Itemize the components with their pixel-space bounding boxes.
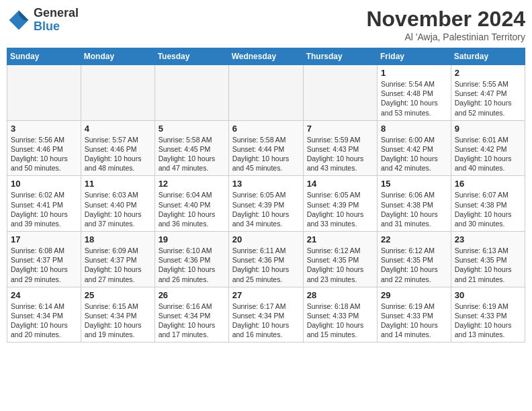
day-number: 7: [307, 124, 373, 134]
day-cell: 25Sunrise: 6:15 AM Sunset: 4:34 PM Dayli…: [81, 287, 154, 342]
day-header-tuesday: Tuesday: [154, 48, 228, 65]
day-info: Sunrise: 5:55 AM Sunset: 4:47 PM Dayligh…: [455, 79, 521, 118]
day-header-thursday: Thursday: [303, 48, 377, 65]
day-cell: 8Sunrise: 6:00 AM Sunset: 4:42 PM Daylig…: [378, 120, 451, 176]
day-info: Sunrise: 6:05 AM Sunset: 4:39 PM Dayligh…: [232, 190, 300, 228]
day-cell: 18Sunrise: 6:09 AM Sunset: 4:37 PM Dayli…: [81, 232, 154, 287]
day-number: 24: [11, 290, 77, 300]
logo: General Blue: [7, 7, 79, 34]
logo-text: General Blue: [34, 7, 79, 34]
day-number: 15: [381, 179, 447, 189]
day-info: Sunrise: 6:16 AM Sunset: 4:34 PM Dayligh…: [159, 302, 225, 340]
day-number: 8: [381, 124, 447, 134]
day-info: Sunrise: 6:17 AM Sunset: 4:34 PM Dayligh…: [232, 302, 300, 340]
day-number: 26: [159, 290, 225, 300]
week-row-5: 24Sunrise: 6:14 AM Sunset: 4:34 PM Dayli…: [7, 287, 525, 342]
day-number: 23: [455, 234, 521, 244]
day-cell: 29Sunrise: 6:19 AM Sunset: 4:33 PM Dayli…: [378, 287, 451, 342]
day-info: Sunrise: 6:15 AM Sunset: 4:34 PM Dayligh…: [85, 302, 151, 340]
day-number: 2: [455, 68, 521, 78]
day-number: 19: [159, 234, 225, 244]
day-number: 5: [159, 124, 225, 134]
day-info: Sunrise: 6:19 AM Sunset: 4:33 PM Dayligh…: [455, 302, 521, 340]
day-info: Sunrise: 6:18 AM Sunset: 4:33 PM Dayligh…: [307, 302, 373, 340]
day-info: Sunrise: 6:04 AM Sunset: 4:40 PM Dayligh…: [159, 190, 225, 228]
week-row-1: 1Sunrise: 5:54 AM Sunset: 4:48 PM Daylig…: [7, 65, 525, 121]
day-cell: 16Sunrise: 6:07 AM Sunset: 4:38 PM Dayli…: [451, 176, 525, 232]
day-cell: [81, 65, 154, 121]
day-number: 29: [381, 290, 447, 300]
day-cell: 30Sunrise: 6:19 AM Sunset: 4:33 PM Dayli…: [451, 287, 525, 342]
week-row-4: 17Sunrise: 6:08 AM Sunset: 4:37 PM Dayli…: [7, 232, 525, 287]
day-cell: 11Sunrise: 6:03 AM Sunset: 4:40 PM Dayli…: [81, 176, 154, 232]
day-cell: 23Sunrise: 6:13 AM Sunset: 4:35 PM Dayli…: [451, 232, 525, 287]
day-info: Sunrise: 5:57 AM Sunset: 4:46 PM Dayligh…: [85, 135, 151, 173]
day-info: Sunrise: 6:01 AM Sunset: 4:42 PM Dayligh…: [455, 135, 521, 173]
day-number: 16: [455, 179, 521, 189]
day-cell: 20Sunrise: 6:11 AM Sunset: 4:36 PM Dayli…: [228, 232, 303, 287]
day-info: Sunrise: 6:12 AM Sunset: 4:35 PM Dayligh…: [307, 246, 373, 284]
day-cell: [303, 65, 377, 121]
calendar-table: SundayMondayTuesdayWednesdayThursdayFrid…: [7, 48, 525, 342]
day-cell: 17Sunrise: 6:08 AM Sunset: 4:37 PM Dayli…: [7, 232, 81, 287]
day-cell: 15Sunrise: 6:06 AM Sunset: 4:38 PM Dayli…: [378, 176, 451, 232]
day-number: 14: [307, 179, 373, 189]
day-header-saturday: Saturday: [451, 48, 525, 65]
logo-general: General: [34, 7, 79, 20]
day-cell: 24Sunrise: 6:14 AM Sunset: 4:34 PM Dayli…: [7, 287, 81, 342]
day-cell: 7Sunrise: 5:59 AM Sunset: 4:43 PM Daylig…: [303, 120, 377, 176]
week-row-3: 10Sunrise: 6:02 AM Sunset: 4:41 PM Dayli…: [7, 176, 525, 232]
logo-blue: Blue: [34, 20, 79, 34]
day-info: Sunrise: 5:56 AM Sunset: 4:46 PM Dayligh…: [11, 135, 77, 173]
day-cell: [7, 65, 81, 121]
header-row: SundayMondayTuesdayWednesdayThursdayFrid…: [7, 48, 525, 65]
day-number: 25: [85, 290, 151, 300]
day-info: Sunrise: 6:13 AM Sunset: 4:35 PM Dayligh…: [455, 246, 521, 284]
day-number: 10: [11, 179, 77, 189]
day-number: 18: [85, 234, 151, 244]
location: Al 'Awja, Palestinian Territory: [366, 32, 525, 42]
day-header-monday: Monday: [81, 48, 154, 65]
day-info: Sunrise: 5:58 AM Sunset: 4:45 PM Dayligh…: [159, 135, 225, 173]
day-cell: 22Sunrise: 6:12 AM Sunset: 4:35 PM Dayli…: [378, 232, 451, 287]
day-number: 3: [11, 124, 77, 134]
day-info: Sunrise: 6:14 AM Sunset: 4:34 PM Dayligh…: [11, 302, 77, 340]
day-cell: 27Sunrise: 6:17 AM Sunset: 4:34 PM Dayli…: [228, 287, 303, 342]
day-cell: 19Sunrise: 6:10 AM Sunset: 4:36 PM Dayli…: [154, 232, 228, 287]
day-number: 13: [232, 179, 300, 189]
day-cell: 3Sunrise: 5:56 AM Sunset: 4:46 PM Daylig…: [7, 120, 81, 176]
day-info: Sunrise: 6:12 AM Sunset: 4:35 PM Dayligh…: [381, 246, 447, 284]
day-cell: [154, 65, 228, 121]
day-number: 20: [232, 234, 300, 244]
day-info: Sunrise: 5:59 AM Sunset: 4:43 PM Dayligh…: [307, 135, 373, 173]
day-cell: 5Sunrise: 5:58 AM Sunset: 4:45 PM Daylig…: [154, 120, 228, 176]
day-info: Sunrise: 6:10 AM Sunset: 4:36 PM Dayligh…: [159, 246, 225, 284]
day-number: 1: [381, 68, 447, 78]
day-cell: 28Sunrise: 6:18 AM Sunset: 4:33 PM Dayli…: [303, 287, 377, 342]
day-cell: [228, 65, 303, 121]
day-number: 28: [307, 290, 373, 300]
page-header: General Blue November 2024 Al 'Awja, Pal…: [7, 7, 525, 42]
day-cell: 1Sunrise: 5:54 AM Sunset: 4:48 PM Daylig…: [378, 65, 451, 121]
day-info: Sunrise: 6:05 AM Sunset: 4:39 PM Dayligh…: [307, 190, 373, 228]
day-info: Sunrise: 6:07 AM Sunset: 4:38 PM Dayligh…: [455, 190, 521, 228]
day-number: 6: [232, 124, 300, 134]
day-number: 27: [232, 290, 300, 300]
day-header-wednesday: Wednesday: [228, 48, 303, 65]
day-number: 4: [85, 124, 151, 134]
day-info: Sunrise: 6:03 AM Sunset: 4:40 PM Dayligh…: [85, 190, 151, 228]
day-info: Sunrise: 5:58 AM Sunset: 4:44 PM Dayligh…: [232, 135, 300, 173]
day-cell: 26Sunrise: 6:16 AM Sunset: 4:34 PM Dayli…: [154, 287, 228, 342]
logo-icon: [7, 8, 31, 32]
day-cell: 14Sunrise: 6:05 AM Sunset: 4:39 PM Dayli…: [303, 176, 377, 232]
day-info: Sunrise: 5:54 AM Sunset: 4:48 PM Dayligh…: [381, 79, 447, 118]
day-number: 30: [455, 290, 521, 300]
day-info: Sunrise: 6:11 AM Sunset: 4:36 PM Dayligh…: [232, 246, 300, 284]
day-info: Sunrise: 6:09 AM Sunset: 4:37 PM Dayligh…: [85, 246, 151, 284]
day-info: Sunrise: 6:00 AM Sunset: 4:42 PM Dayligh…: [381, 135, 447, 173]
week-row-2: 3Sunrise: 5:56 AM Sunset: 4:46 PM Daylig…: [7, 120, 525, 176]
day-number: 21: [307, 234, 373, 244]
day-cell: 21Sunrise: 6:12 AM Sunset: 4:35 PM Dayli…: [303, 232, 377, 287]
day-cell: 12Sunrise: 6:04 AM Sunset: 4:40 PM Dayli…: [154, 176, 228, 232]
day-cell: 9Sunrise: 6:01 AM Sunset: 4:42 PM Daylig…: [451, 120, 525, 176]
